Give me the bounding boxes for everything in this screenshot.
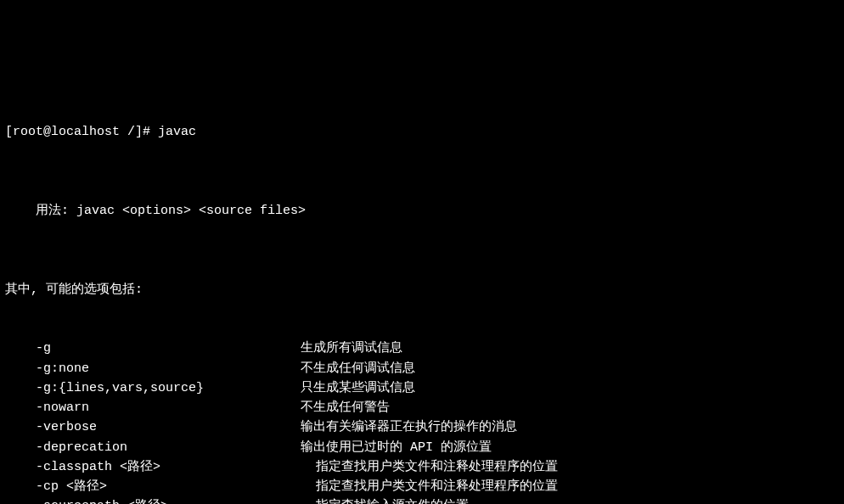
usage-label: 用法:: [36, 204, 76, 218]
option-flag: -g:{lines,vars,source}: [36, 378, 301, 398]
option-flag: -verbose: [36, 417, 301, 437]
option-row: -g生成所有调试信息: [5, 339, 839, 358]
option-description: 生成所有调试信息: [301, 339, 839, 358]
option-flag: -nowarn: [36, 398, 301, 417]
usage-text: javac <options> <source files>: [76, 204, 306, 218]
option-row: -cp <路径> 指定查找用户类文件和注释处理程序的位置: [5, 477, 839, 496]
indent: [5, 417, 36, 437]
option-row: -g:none不生成任何调试信息: [5, 359, 839, 378]
option-flag: -sourcepath <路径>: [36, 496, 301, 504]
indent: [5, 477, 36, 496]
option-row: -nowarn不生成任何警告: [5, 398, 839, 417]
option-row: -verbose输出有关编译器正在执行的操作的消息: [5, 417, 839, 437]
indent: [5, 496, 36, 504]
option-flag: -g:none: [36, 359, 301, 378]
option-description: 不生成任何警告: [301, 398, 839, 417]
indent: [5, 398, 36, 417]
option-description: 只生成某些调试信息: [301, 378, 839, 398]
option-row: -deprecation输出使用已过时的 API 的源位置: [5, 438, 839, 457]
option-description: 输出使用已过时的 API 的源位置: [301, 438, 839, 457]
command-prompt-line[interactable]: [root@localhost /]# javac: [5, 122, 839, 142]
option-description: 指定查找用户类文件和注释处理程序的位置: [301, 457, 839, 477]
option-description: 指定查找用户类文件和注释处理程序的位置: [301, 477, 839, 496]
option-flag: -deprecation: [36, 438, 301, 457]
option-row: -g:{lines,vars,source}只生成某些调试信息: [5, 378, 839, 398]
indent: [5, 378, 36, 398]
option-row: -classpath <路径> 指定查找用户类文件和注释处理程序的位置: [5, 457, 839, 477]
indent: [5, 438, 36, 457]
options-list: -g生成所有调试信息 -g:none不生成任何调试信息 -g:{lines,va…: [5, 339, 839, 504]
typed-command: javac: [158, 122, 196, 142]
terminal-output: [root@localhost /]# javac 用法: javac <opt…: [5, 82, 839, 504]
options-header: 其中, 可能的选项包括:: [5, 280, 839, 300]
indent: [5, 339, 36, 358]
indent: [5, 457, 36, 477]
option-flag: -g: [36, 339, 301, 358]
option-row: -sourcepath <路径> 指定查找输入源文件的位置: [5, 496, 839, 504]
indent: [5, 359, 36, 378]
usage-line: 用法: javac <options> <source files>: [5, 181, 839, 240]
option-description: 输出有关编译器正在执行的操作的消息: [301, 417, 839, 437]
option-description: 不生成任何调试信息: [301, 359, 839, 378]
shell-prompt: [root@localhost /]#: [5, 122, 158, 142]
option-flag: -classpath <路径>: [36, 457, 301, 477]
option-description: 指定查找输入源文件的位置: [301, 496, 839, 504]
option-flag: -cp <路径>: [36, 477, 301, 496]
